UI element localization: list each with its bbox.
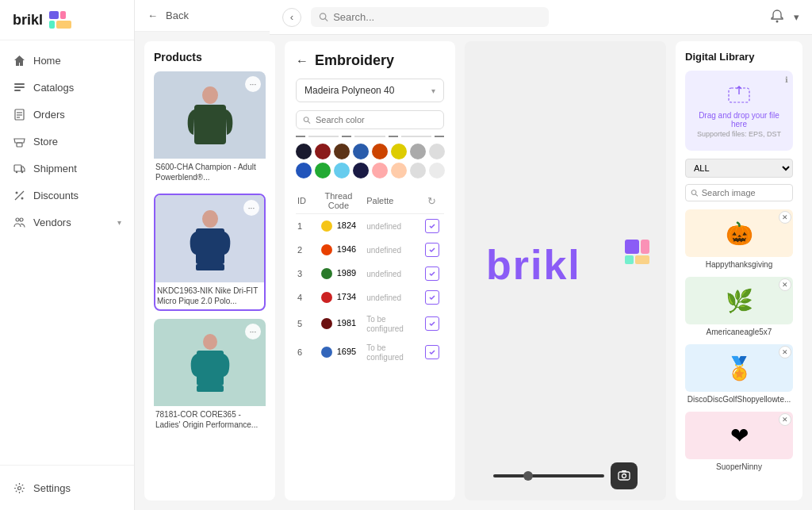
sidebar-label-store: Store <box>33 136 58 148</box>
color-dot-8[interactable] <box>429 144 445 159</box>
check-btn-1[interactable] <box>425 219 439 233</box>
topbar-back-button[interactable]: ‹ <box>282 8 301 27</box>
svg-rect-27 <box>196 228 224 264</box>
logo-area: brikl <box>0 0 134 40</box>
dl-upload-icon <box>727 83 751 104</box>
sidebar-item-shipment[interactable]: Shipment <box>0 155 134 182</box>
color-dot-11[interactable] <box>334 163 350 178</box>
dl-item-close[interactable]: ✕ <box>779 278 791 291</box>
color-dot-6[interactable] <box>391 144 407 159</box>
sidebar-item-home[interactable]: Home <box>0 47 134 74</box>
svg-rect-31 <box>197 385 224 392</box>
embroidery-back-icon[interactable]: ← <box>296 54 308 68</box>
product-options-btn-1[interactable]: ··· <box>245 76 261 92</box>
sidebar-item-catalogs[interactable]: Catalogs <box>0 74 134 101</box>
color-dot-12[interactable] <box>353 163 369 178</box>
svg-rect-25 <box>194 105 226 144</box>
product-card-3[interactable]: ··· 78181-COR CORE365 - Ladies' Origin P… <box>154 319 266 433</box>
sidebar-bottom: Settings <box>0 465 134 510</box>
svg-point-13 <box>15 171 17 172</box>
main-nav: Home Catalogs Orders Store Shipment <box>0 40 134 465</box>
color-dot-2[interactable] <box>315 144 331 159</box>
dl-item-close[interactable]: ✕ <box>779 413 791 426</box>
color-search-input[interactable] <box>316 115 437 125</box>
products-title: Products <box>154 51 266 63</box>
dl-item[interactable]: 🎃 ✕ Happythanksgiving <box>685 209 793 269</box>
color-dot-14[interactable] <box>391 163 407 178</box>
color-grid <box>296 144 444 178</box>
color-dot-15[interactable] <box>410 163 426 178</box>
product-card-1[interactable]: ··· S600-CHA Champion - Adult Powerblend… <box>154 71 266 186</box>
capture-button[interactable] <box>611 462 638 489</box>
svg-rect-36 <box>641 240 649 254</box>
check-btn-5[interactable] <box>425 316 439 331</box>
dl-upload-area[interactable]: ℹ Drag and drop your file here Supported… <box>685 71 793 151</box>
color-dot-5[interactable] <box>372 144 388 159</box>
thread-dropdown-label: Madeira Polyneon 40 <box>304 85 431 96</box>
product-card-2[interactable]: ··· NKDC1963-NIK Nike Dri-FIT Micro Piqu… <box>154 194 266 311</box>
sidebar-item-discounts[interactable]: Discounts <box>0 182 134 209</box>
dl-info-icon[interactable]: ℹ <box>785 75 788 84</box>
color-dot-1[interactable] <box>296 144 312 159</box>
svg-point-29 <box>203 334 217 350</box>
sidebar-item-vendors[interactable]: Vendors ▾ <box>0 209 134 236</box>
svg-point-40 <box>622 474 626 478</box>
notification-bell-icon[interactable] <box>770 9 784 25</box>
dl-title: Digital Library <box>685 51 793 63</box>
svg-rect-30 <box>197 351 224 385</box>
color-dot-4[interactable] <box>353 144 369 159</box>
top-bar: ‹ ▾ <box>270 0 812 35</box>
preview-slider-area <box>493 462 638 489</box>
svg-point-18 <box>16 218 19 221</box>
col-palette: Palette <box>365 188 420 214</box>
check-btn-3[interactable] <box>425 267 439 281</box>
svg-point-23 <box>776 21 779 23</box>
svg-point-15 <box>15 191 17 194</box>
sidebar-item-store[interactable]: Store <box>0 128 134 155</box>
color-dot-3[interactable] <box>334 144 350 159</box>
refresh-icon[interactable]: ↻ <box>427 195 436 207</box>
dl-search-input[interactable] <box>702 188 787 197</box>
svg-rect-0 <box>49 11 59 19</box>
back-link[interactable]: ← Back <box>147 10 189 21</box>
svg-line-22 <box>325 18 327 21</box>
dl-item-image: 🏅 <box>685 344 793 392</box>
sidebar-label-shipment: Shipment <box>33 163 77 174</box>
sidebar-label-catalogs: Catalogs <box>33 82 74 94</box>
zoom-slider[interactable] <box>493 474 604 477</box>
check-btn-2[interactable] <box>425 243 439 257</box>
product-options-btn-3[interactable]: ··· <box>245 324 261 339</box>
svg-text:brikl: brikl <box>486 242 581 288</box>
embroidery-title: Embroidery <box>315 52 394 69</box>
product-name-2: NKDC1963-NIK Nike Dri-FIT Micro Pique 2.… <box>155 282 264 309</box>
product-options-btn-2[interactable]: ··· <box>243 200 259 216</box>
dl-item[interactable]: 🏅 ✕ DiscoDiscGolfShopyellowte... <box>685 344 793 404</box>
dl-item[interactable]: ❤ ✕ SuoperNinny <box>685 412 793 471</box>
check-btn-6[interactable] <box>425 345 439 359</box>
check-btn-4[interactable] <box>425 290 439 305</box>
color-dot-10[interactable] <box>315 163 331 178</box>
sidebar-item-settings[interactable]: Settings <box>13 475 121 500</box>
svg-rect-4 <box>14 83 25 85</box>
topbar-dropdown-icon[interactable]: ▾ <box>794 11 799 23</box>
home-icon <box>13 54 25 67</box>
vendors-chevron: ▾ <box>117 218 121 227</box>
dl-item-image: 🌿 <box>685 277 793 324</box>
color-dot-9[interactable] <box>296 163 312 178</box>
dl-item[interactable]: 🌿 ✕ Americaneagle5x7 <box>685 277 793 336</box>
color-dot-16[interactable] <box>429 163 445 178</box>
dl-filter-select[interactable]: ALL <box>685 159 793 178</box>
svg-rect-2 <box>49 21 55 29</box>
sidebar-item-orders[interactable]: Orders <box>0 101 134 128</box>
svg-point-26 <box>202 210 218 228</box>
dl-item-close[interactable]: ✕ <box>779 346 791 359</box>
svg-point-21 <box>320 13 325 19</box>
thread-select[interactable]: Madeira Polyneon 40 ▾ <box>296 79 444 102</box>
color-dot-7[interactable] <box>410 144 426 159</box>
dl-item-close[interactable]: ✕ <box>779 211 791 224</box>
svg-rect-5 <box>14 86 25 88</box>
color-dot-13[interactable] <box>372 163 388 178</box>
search-input[interactable] <box>333 11 541 23</box>
svg-line-44 <box>695 194 698 196</box>
dl-search-bar <box>685 184 793 201</box>
